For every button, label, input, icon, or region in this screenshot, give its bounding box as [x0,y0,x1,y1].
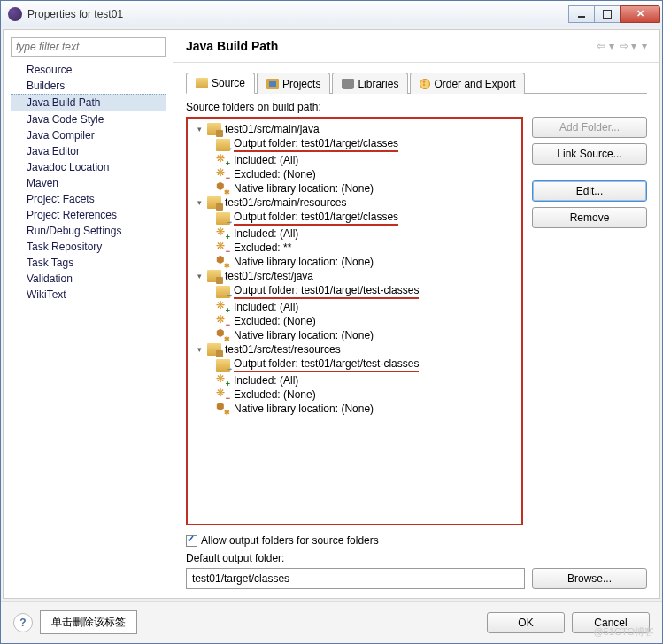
tree-node[interactable]: Native library location: (None) [191,182,518,195]
expand-collapse-icon[interactable]: ▾ [195,125,204,134]
expand-collapse-icon[interactable]: ▾ [195,345,204,354]
edit-button[interactable]: Edit... [532,180,647,202]
tree-node[interactable]: ▾test01/src/main/java [191,123,518,135]
tab-label: Order and Export [434,78,515,90]
link-source-button[interactable]: Link Source... [532,143,647,165]
allow-output-checkbox[interactable] [186,535,197,547]
tree-node[interactable]: Included: (All) [191,301,518,313]
tree-node[interactable]: Native library location: (None) [191,329,518,341]
src-tab-icon [196,78,208,88]
included-filter-icon [216,374,230,387]
tree-node[interactable]: Included: (All) [191,154,518,166]
tree-node-label: Excluded: (None) [234,388,316,401]
package-folder-icon [207,196,221,209]
remove-button[interactable]: Remove [532,207,647,228]
tree-node[interactable]: Output folder: test01/target/test-classe… [191,284,518,299]
tab-projects[interactable]: Projects [257,73,330,94]
sidebar-item-project-references[interactable]: Project References [11,207,166,223]
tree-node[interactable]: Included: (All) [191,374,518,387]
tree-node[interactable]: ▾test01/src/main/resources [191,196,518,209]
included-filter-icon [216,301,230,313]
excluded-filter-icon [216,388,230,401]
sidebar-item-builders[interactable]: Builders [11,78,166,94]
tree-node-label: Native library location: (None) [234,402,374,415]
tree-node[interactable]: Excluded: ** [191,242,518,254]
forward-icon[interactable]: ⇨ ▾ [620,40,636,52]
source-folders-tree[interactable]: ▾test01/src/main/javaOutput folder: test… [186,117,523,525]
native-library-icon [216,402,230,415]
tree-node-label: Included: (All) [234,227,298,240]
tree-node[interactable]: Output folder: test01/target/classes [191,211,518,226]
sidebar-item-wikitext[interactable]: WikiText [11,287,166,303]
tree-node-label: Native library location: (None) [234,182,374,195]
tree-node-label: Native library location: (None) [234,256,374,268]
source-folders-label: Source folders on build path: [186,101,647,113]
watermark: @51CTO博客 [594,625,654,639]
tree-node[interactable]: Excluded: (None) [191,168,518,180]
page-title: Java Build Path [186,39,597,53]
native-library-icon [216,256,230,268]
help-icon[interactable]: ? [13,613,33,632]
sidebar-item-maven[interactable]: Maven [11,175,166,191]
lib-tab-icon [342,79,354,89]
sidebar-item-java-code-style[interactable]: Java Code Style [11,111,166,127]
output-folder-icon [216,139,230,151]
excluded-filter-icon [216,242,230,254]
tree-node-label: Excluded: (None) [234,168,316,180]
sidebar-item-javadoc-location[interactable]: Javadoc Location [11,159,166,175]
tree-node[interactable]: Excluded: (None) [191,388,518,401]
sidebar-item-java-editor[interactable]: Java Editor [11,143,166,159]
tree-node-label: test01/src/test/java [225,270,313,282]
sidebar-item-project-facets[interactable]: Project Facets [11,191,166,207]
annotation-tooltip[interactable]: 单击删除该标签 [40,610,137,634]
included-filter-icon [216,154,230,166]
tree-node-label: test01/src/main/java [225,123,320,135]
filter-input[interactable] [11,37,166,57]
package-folder-icon [207,270,221,282]
allow-output-label: Allow output folders for source folders [201,534,379,547]
expand-collapse-icon[interactable]: ▾ [195,198,204,207]
sidebar-item-task-tags[interactable]: Task Tags [11,255,166,271]
sidebar-item-run-debug-settings[interactable]: Run/Debug Settings [11,223,166,239]
browse-button[interactable]: Browse... [532,568,647,589]
tab-label: Source [212,77,245,89]
tree-node-label: test01/src/main/resources [225,196,346,209]
back-icon[interactable]: ⇦ ▾ [597,40,613,52]
tree-node[interactable]: Included: (All) [191,227,518,240]
sidebar-item-task-repository[interactable]: Task Repository [11,239,166,255]
sidebar: ResourceBuildersJava Build PathJava Code… [4,30,173,598]
tree-node[interactable]: ▾test01/src/test/java [191,270,518,282]
close-button[interactable]: ✕ [620,5,660,23]
maximize-button[interactable] [594,5,621,23]
proj-tab-icon [266,79,279,89]
tree-node[interactable]: Output folder: test01/target/classes [191,137,518,152]
minimize-button[interactable] [568,5,595,23]
tab-order-and-export[interactable]: Order and Export [410,73,525,94]
tree-node[interactable]: Native library location: (None) [191,402,518,415]
sidebar-item-validation[interactable]: Validation [11,271,166,287]
titlebar[interactable]: Properties for test01 ✕ [1,1,662,27]
sidebar-item-resource[interactable]: Resource [11,62,166,78]
tree-node[interactable]: Output folder: test01/target/test-classe… [191,357,518,372]
tree-node[interactable]: ▾test01/src/test/resources [191,343,518,356]
ok-button[interactable]: OK [487,612,565,633]
tree-node-label: Output folder: test01/target/classes [234,137,398,152]
expand-collapse-icon[interactable]: ▾ [195,272,204,280]
tree-node-label: Included: (All) [234,301,298,313]
tab-label: Projects [282,78,320,90]
default-output-input[interactable] [186,568,525,589]
tree-node[interactable]: Native library location: (None) [191,256,518,268]
sidebar-item-java-compiler[interactable]: Java Compiler [11,127,166,143]
tree-node[interactable]: Excluded: (None) [191,315,518,327]
category-list: ResourceBuildersJava Build PathJava Code… [11,62,166,303]
tree-node-label: Output folder: test01/target/classes [234,211,398,226]
tab-libraries[interactable]: Libraries [332,73,408,94]
window-title: Properties for test01 [27,8,569,20]
package-folder-icon [207,343,221,356]
menu-icon[interactable]: ▾ [642,40,647,52]
add-folder-button[interactable]: Add Folder... [532,117,647,138]
output-folder-icon [216,286,230,298]
tree-node-label: test01/src/test/resources [225,343,341,356]
sidebar-item-java-build-path[interactable]: Java Build Path [11,94,166,111]
tab-source[interactable]: Source [186,73,255,94]
